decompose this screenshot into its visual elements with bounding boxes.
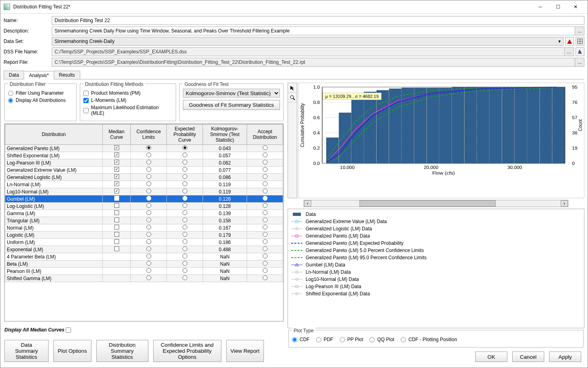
mle-checkbox[interactable]: Maximum Likelihood Estimation (MLE) bbox=[83, 105, 172, 116]
distribution-table[interactable]: Distribution Median Curve Confidence Lim… bbox=[4, 124, 284, 321]
table-row[interactable]: Gamma (LM)0.139 bbox=[5, 210, 283, 217]
window-title: Distribution Fitting Test 22* bbox=[13, 4, 531, 10]
plot-cdfpp-radio[interactable]: CDF - Plotting Position bbox=[401, 337, 457, 342]
svg-text:20,000: 20,000 bbox=[424, 165, 438, 170]
table-row[interactable]: Triangular (LM)0.158 bbox=[5, 217, 283, 224]
plot-qq-radio[interactable]: QQ Plot bbox=[369, 337, 394, 342]
pointer-tool[interactable] bbox=[288, 83, 297, 93]
gof-summary-button[interactable]: Goodness of Fit Summary Statistics bbox=[183, 100, 280, 110]
col-distribution[interactable]: Distribution bbox=[5, 124, 103, 145]
dist-icon[interactable] bbox=[576, 47, 584, 56]
apply-button[interactable]: Apply bbox=[549, 352, 581, 362]
table-row[interactable]: Log-Logistic (LM)0.128 bbox=[5, 203, 283, 210]
chart-annotation: μ = 13109.29 , σ = 4682.19 bbox=[322, 93, 381, 100]
table-row[interactable]: Log-Pearson III (LM)0.062 bbox=[5, 159, 283, 167]
chart-area[interactable]: 0.00.20.40.60.81.00193857769510,00020,00… bbox=[298, 83, 584, 198]
close-button[interactable]: ✕ bbox=[567, 2, 584, 12]
table-row[interactable]: Exponential (LM)0.488 bbox=[5, 246, 283, 253]
table-row[interactable]: 4 Parameter Beta (LM)NaN bbox=[5, 253, 283, 260]
gof-test-select[interactable]: Kolmogorov-Smirnov (Test Statistic) bbox=[183, 89, 280, 98]
svg-text:0.4: 0.4 bbox=[313, 131, 320, 135]
legend-item[interactable]: Shifted Exponential (LM) Data bbox=[290, 290, 582, 297]
reportfile-browse-button[interactable]: … bbox=[575, 58, 584, 67]
legend-item[interactable]: Generalized Pareto (LM) Expected Probabi… bbox=[290, 240, 582, 247]
table-row[interactable]: Shifted Gamma (LM)NaN bbox=[5, 275, 283, 282]
chart-legend[interactable]: DataGeneralized Extreme Value (LM) DataG… bbox=[288, 209, 584, 328]
legend-item[interactable]: Ln-Normal (LM) Data bbox=[290, 268, 582, 276]
legend-item[interactable]: Log-Pearson III (LM) Data bbox=[290, 283, 582, 290]
plot-pp-radio[interactable]: PP Plot bbox=[340, 337, 363, 342]
col-accept[interactable]: Accept Distribution bbox=[247, 124, 283, 145]
svg-rect-43 bbox=[452, 87, 464, 163]
lm-checkbox[interactable]: L-Moments (LM) bbox=[83, 98, 172, 103]
chart-hscroll[interactable]: ‹ › bbox=[304, 200, 568, 207]
filter-using-parameter-radio[interactable]: Filter Using Parameter bbox=[8, 90, 73, 96]
display-all-median-curves-checkbox[interactable]: Display All Median Curves bbox=[4, 327, 73, 333]
table-row[interactable]: Logistic (LM)0.179 bbox=[5, 232, 283, 239]
table-row[interactable]: Log10-Normal (LM)0.119 bbox=[5, 188, 283, 195]
col-ks[interactable]: Kolmogorov-Smirnov (Test Statistic) bbox=[203, 124, 247, 145]
legend-item[interactable]: Generalized Pareto (LM) 5.0 Percent Conf… bbox=[290, 247, 582, 254]
distribution-fitting-window: Distribution Fitting Test 22* ─ ☐ ✕ Name… bbox=[0, 0, 588, 368]
svg-marker-0 bbox=[567, 39, 572, 44]
ok-button[interactable]: OK bbox=[475, 352, 507, 362]
scroll-right-icon[interactable]: › bbox=[561, 200, 568, 207]
col-expected[interactable]: Expected Probability Curve bbox=[167, 124, 203, 145]
svg-text:Count: Count bbox=[577, 119, 583, 131]
tab-data[interactable]: Data bbox=[4, 71, 24, 79]
svg-text:0.8: 0.8 bbox=[313, 100, 320, 105]
plot-icon[interactable] bbox=[565, 37, 574, 46]
plot-options-button[interactable]: Plot Options bbox=[53, 340, 91, 362]
gof-legend: Goodness of Fit Test bbox=[183, 81, 230, 87]
svg-rect-49 bbox=[527, 87, 539, 163]
legend-item[interactable]: Generalized Logistic (LM) Data bbox=[290, 225, 582, 232]
table-row[interactable]: Beta (LM)NaN bbox=[5, 260, 283, 268]
svg-text:0: 0 bbox=[572, 161, 575, 166]
svg-rect-42 bbox=[439, 88, 451, 163]
svg-rect-47 bbox=[502, 87, 514, 163]
svg-rect-55 bbox=[293, 213, 301, 216]
legend-item[interactable]: Data bbox=[290, 211, 582, 218]
maximize-button[interactable]: ☐ bbox=[549, 2, 567, 12]
plot-cdf-radio[interactable]: CDF bbox=[292, 337, 310, 342]
pm-checkbox[interactable]: Product Moments (PM) bbox=[83, 90, 172, 96]
name-field[interactable]: Distribution Fitting Test 22 bbox=[52, 16, 584, 25]
cancel-button[interactable]: Cancel bbox=[512, 352, 544, 362]
description-field[interactable]: Sinnemahoning Creek Daily Flow using Tim… bbox=[52, 26, 575, 35]
scroll-left-icon[interactable]: ‹ bbox=[304, 200, 311, 207]
svg-text:0.6: 0.6 bbox=[313, 116, 320, 120]
legend-item[interactable]: Generalized Pareto (LM) 95.0 Percent Con… bbox=[290, 254, 582, 261]
col-median[interactable]: Median Curve bbox=[103, 124, 131, 145]
table-row[interactable]: Uniform (LM)0.186 bbox=[5, 239, 283, 246]
table-row[interactable]: Generalized Extreme Value (LM)0.077 bbox=[5, 167, 283, 174]
dataset-select[interactable]: Sinnemahoning Creek-Daily▾ bbox=[52, 37, 564, 46]
table-row[interactable]: Shifted Exponential (LM)0.057 bbox=[5, 152, 283, 159]
svg-text:0.2: 0.2 bbox=[313, 146, 320, 150]
tab-analysis[interactable]: Analysis* bbox=[24, 71, 54, 79]
dssfile-browse-button[interactable]: … bbox=[564, 47, 574, 56]
legend-item[interactable]: Gumbel (LM) Data bbox=[290, 261, 582, 268]
conf-limits-button[interactable]: Confidence Limits and Expected Probabili… bbox=[153, 340, 221, 362]
table-row[interactable]: Generalized Pareto (LM)0.043 bbox=[5, 145, 283, 152]
table-row[interactable]: Pearson III (LM)NaN bbox=[5, 268, 283, 275]
legend-item[interactable]: Generalized Extreme Value (LM) Data bbox=[290, 218, 582, 225]
table-row[interactable]: Ln-Normal (LM)0.119 bbox=[5, 181, 283, 188]
zoom-tool[interactable] bbox=[288, 93, 297, 102]
description-more-button[interactable]: … bbox=[575, 26, 584, 35]
table-row[interactable]: Gumbel (LM)0.126 bbox=[5, 195, 283, 203]
table-row[interactable]: Normal (LM)0.167 bbox=[5, 224, 283, 232]
scroll-thumb[interactable] bbox=[359, 200, 496, 207]
table-row[interactable]: Generalized Logistic (LM)0.086 bbox=[5, 174, 283, 181]
col-conf[interactable]: Confidence Limits bbox=[131, 124, 167, 145]
minimize-button[interactable]: ─ bbox=[531, 2, 549, 12]
data-summary-button[interactable]: Data Summary Statistics bbox=[4, 340, 49, 362]
display-all-dist-radio[interactable]: Display All Distributions bbox=[8, 98, 73, 103]
dist-summary-button[interactable]: Distribution Summary Statistics bbox=[96, 340, 148, 362]
legend-item[interactable]: Generalized Pareto (LM) Data bbox=[290, 232, 582, 240]
plot-pdf-radio[interactable]: PDF bbox=[316, 337, 333, 342]
svg-text:95: 95 bbox=[572, 85, 577, 89]
tab-results[interactable]: Results bbox=[54, 71, 80, 79]
table-icon[interactable] bbox=[576, 37, 584, 46]
view-report-button[interactable]: View Report bbox=[226, 340, 264, 362]
legend-item[interactable]: Log10-Normal (LM) Data bbox=[290, 276, 582, 283]
